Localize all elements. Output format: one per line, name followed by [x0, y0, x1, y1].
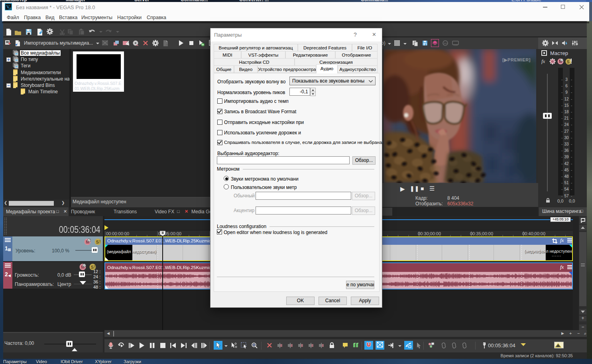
svg-text:!: !	[94, 265, 95, 269]
svg-text:HDR: HDR	[453, 44, 458, 46]
svg-text:R: R	[551, 60, 554, 63]
svg-text:S: S	[91, 265, 94, 270]
svg-text:[▶PREMIER]: [▶PREMIER]	[502, 57, 531, 62]
svg-text:18: 18	[8, 7, 12, 10]
svg-text:S: S	[567, 60, 570, 64]
svg-text:360: 360	[443, 42, 448, 45]
svg-text:!: !	[99, 240, 100, 244]
svg-text:S: S	[96, 240, 99, 244]
svg-text:fx: fx	[166, 43, 168, 46]
